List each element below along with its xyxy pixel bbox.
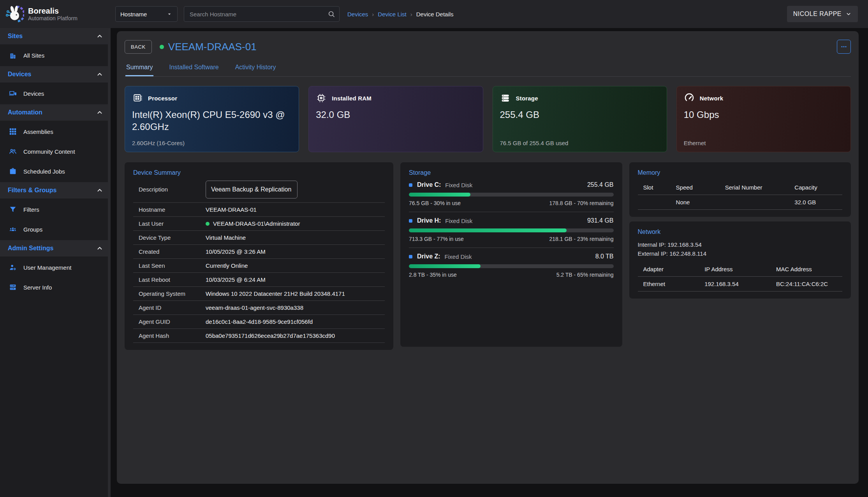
tab-summary[interactable]: Summary (125, 60, 153, 76)
row-label: Created (139, 248, 206, 255)
row-label: Operating System (139, 290, 206, 297)
description-input[interactable] (206, 181, 298, 198)
memory-col-serial: Serial Number (720, 180, 789, 195)
processor-footer: 2.60GHz (16-Cores) (132, 140, 185, 146)
drive-name: Drive Z: (417, 253, 440, 260)
memory-col-capacity: Capacity (789, 180, 842, 195)
sidebar-item-scheduled-jobs[interactable]: Scheduled Jobs (0, 162, 111, 180)
chevron-up-icon (96, 186, 104, 194)
brand-name: Borealis (28, 7, 77, 15)
row-value: VEEAM-DRAAS-01\Administrator (206, 220, 300, 227)
drive-usage-bar (409, 193, 614, 197)
device-summary-title: Device Summary (133, 169, 385, 176)
row-label: Last Reboot (139, 276, 206, 283)
sidebar-item-community-content[interactable]: Community Content (0, 142, 111, 160)
user-menu-button[interactable]: NICOLE RAPPE (787, 6, 858, 22)
sidebar-section-filters-groups[interactable]: Filters & Groups (0, 182, 111, 198)
memory-panel-title: Memory (638, 169, 843, 176)
drive-bullet-icon (409, 219, 412, 223)
device-details-card: BACK VEEAM-DRAAS-01 Summary Installed So… (117, 31, 859, 484)
network-value: 10 Gbps (684, 109, 843, 121)
row-value: Virtual Machine (206, 234, 246, 241)
more-actions-button[interactable] (837, 40, 851, 54)
summary-row-last-user: Last User VEEAM-DRAAS-01\Administrator (133, 217, 385, 231)
borealis-rabbit-logo (5, 4, 24, 24)
storage-card: Storage 255.4 GB 76.5 GB of 255.4 GB use… (493, 86, 667, 152)
sidebar-item-groups[interactable]: Groups (0, 220, 111, 238)
user-name: NICOLE RAPPE (793, 11, 842, 18)
internal-ip: Internal IP: 192.168.3.54 (638, 240, 843, 249)
sidebar-item-label: Filters (23, 206, 39, 213)
device-tabs: Summary Installed Software Activity Hist… (125, 60, 851, 77)
search-filter-value: Hostname (120, 11, 147, 18)
memory-serial (720, 195, 789, 210)
chevron-down-icon (845, 11, 852, 17)
sidebar-item-label: Assemblies (23, 128, 53, 135)
sidebar-section-admin-settings[interactable]: Admin Settings (0, 240, 111, 256)
network-col-mac: MAC Address (771, 262, 842, 277)
caret-down-icon (166, 11, 173, 17)
row-label: Device Type (139, 234, 206, 241)
sidebar-item-user-management[interactable]: User Management (0, 258, 111, 276)
breadcrumb-device-list[interactable]: Device List (378, 11, 406, 18)
sidebar-section-sites[interactable]: Sites (0, 28, 111, 44)
search-icon[interactable] (327, 10, 335, 18)
drive-used-label: 76.5 GB - 30% in use (409, 200, 461, 206)
sidebar-item-assemblies[interactable]: Assemblies (0, 123, 111, 140)
sidebar-section-label: Devices (8, 71, 32, 78)
sidebar-item-server-info[interactable]: Server Info (0, 278, 111, 296)
summary-row-agent-id: Agent ID veeam-draas-01-agent-svc-8930a3… (133, 301, 385, 315)
people-icon (8, 147, 18, 156)
breadcrumb-separator: › (410, 11, 412, 18)
summary-row-last-seen: Last Seen Currently Online (133, 259, 385, 273)
external-ip: External IP: 162.248.8.114 (638, 249, 843, 258)
user-gear-icon (8, 263, 18, 272)
sidebar-item-all-sites[interactable]: All Sites (0, 46, 111, 64)
sidebar-item-label: Server Info (23, 284, 52, 291)
drive-name: Drive H: (417, 217, 441, 224)
storage-footer: 76.5 GB of 255.4 GB used (500, 140, 569, 146)
installed-ram-card: Installed RAM 32.0 GB (308, 86, 483, 152)
row-label: Hostname (139, 206, 206, 213)
device-header: BACK VEEAM-DRAAS-01 (125, 40, 851, 54)
stat-card-label: Installed RAM (332, 95, 371, 102)
network-card: Network 10 Gbps Ethernet (676, 86, 851, 152)
breadcrumb-devices[interactable]: Devices (347, 11, 368, 18)
sidebar-section-label: Admin Settings (8, 245, 53, 252)
sidebar-item-label: All Sites (23, 52, 44, 59)
briefcase-icon (8, 167, 18, 176)
drive-bullet-icon (409, 183, 412, 187)
sidebar-section-automation[interactable]: Automation (0, 104, 111, 121)
brand-logo-block[interactable]: Borealis Automation Platform (0, 0, 111, 28)
sidebar-section-devices[interactable]: Devices (0, 66, 111, 83)
sidebar: Sites All Sites Devices Devices Automati… (0, 28, 111, 497)
sidebar-item-label: Community Content (23, 148, 75, 155)
description-label: Description (139, 186, 206, 193)
sidebar-item-label: Groups (23, 226, 42, 233)
building-icon (8, 51, 18, 60)
sidebar-section-label: Sites (8, 33, 23, 40)
tab-installed-software[interactable]: Installed Software (168, 60, 219, 76)
drive-free-label: 178.8 GB - 70% remaining (549, 200, 614, 206)
back-button[interactable]: BACK (125, 40, 152, 54)
right-column: Memory Slot Speed Serial Number Capacity… (629, 162, 851, 299)
storage-value: 255.4 GB (500, 109, 660, 121)
sidebar-item-devices[interactable]: Devices (0, 84, 111, 102)
stat-card-label: Storage (516, 95, 538, 102)
tab-activity-history[interactable]: Activity History (234, 60, 277, 76)
drive-used-label: 713.3 GB - 77% in use (409, 236, 464, 242)
installed-ram-value: 32.0 GB (316, 109, 475, 121)
network-ip: 192.168.3.54 (699, 277, 771, 292)
ellipsis-icon (840, 43, 848, 51)
drive-c-row: Drive C: Fixed Disk 255.4 GB 76.5 GB - 3… (409, 176, 614, 212)
drive-h-row: Drive H: Fixed Disk 931.4 GB 713.3 GB - … (409, 212, 614, 248)
network-adapter: Ethernet (638, 277, 699, 292)
row-value: 10/05/2025 @ 3:26 AM (206, 248, 266, 255)
breadcrumb-separator: › (372, 11, 374, 18)
chevron-up-icon (96, 244, 104, 252)
memory-col-speed: Speed (671, 180, 720, 195)
search-input[interactable] (190, 11, 327, 18)
search-filter-dropdown[interactable]: Hostname (115, 6, 178, 22)
drive-usage-bar (409, 228, 614, 232)
sidebar-item-filters[interactable]: Filters (0, 200, 111, 218)
